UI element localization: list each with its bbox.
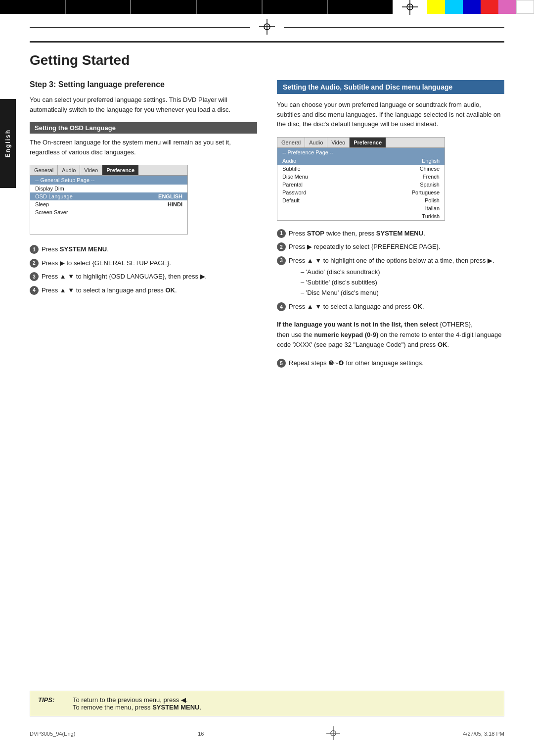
menu-spacer <box>30 216 187 234</box>
color-blocks <box>427 0 534 14</box>
step-right-2: 2 Press ▶ repeatedly to select {PREFEREN… <box>277 242 504 252</box>
special-line1: If the language you want is not in the l… <box>277 320 504 330</box>
step-right-5: 5 Repeat steps ❸~❹ for other language se… <box>277 358 504 368</box>
tab-video-left[interactable]: Video <box>80 165 102 175</box>
menu-tabs-left: General Audio Video Preference <box>30 165 187 176</box>
menu-page-label-left: -- General Setup Page -- <box>30 176 187 185</box>
menu-table-left: General Audio Video Preference -- Genera… <box>30 165 188 235</box>
footer: DVP3005_94(Eng) 16 4/27/05, 3:18 PM <box>30 726 504 741</box>
english-sidebar: English <box>0 99 16 188</box>
pref-row-turkish: Turkish <box>277 212 445 220</box>
step-right-3: 3 Press ▲ ▼ to highlight one of the opti… <box>277 256 504 298</box>
tab-general-right[interactable]: General <box>277 138 305 147</box>
menu-row-sleep: Sleep HINDI <box>30 200 187 208</box>
tab-general-left[interactable]: General <box>30 165 58 175</box>
step-left-3: 3 Press ▲ ▼ to highlight {OSD LANGUAGE},… <box>30 272 257 282</box>
pref-row-italian: Italian <box>277 204 445 212</box>
page-title: Getting Started <box>30 41 504 68</box>
pref-page-label: -- Preference Page -- <box>277 148 445 157</box>
step-body: You can select your preferred language s… <box>30 95 257 114</box>
tab-video-right[interactable]: Video <box>327 138 350 147</box>
sub-list-options: 'Audio' (disc's soundtrack) 'Subtitle' (… <box>301 267 504 298</box>
tips-line1: To return to the previous menu, press ◀. <box>73 696 201 704</box>
pref-row-password: Password Portuguese <box>277 189 445 196</box>
menu-row-osd: OSD Language ENGLISH <box>30 192 187 200</box>
pref-row-parental: Parental Spanish <box>277 181 445 189</box>
sub-item-discmenu: 'Disc Menu' (disc's menu) <box>301 288 504 298</box>
step-heading: Step 3: Setting language preference <box>30 80 257 89</box>
step-left-4: 4 Press ▲ ▼ to select a language and pre… <box>30 285 257 295</box>
step-left-2: 2 Press ▶ to select {GENERAL SETUP PAGE}… <box>30 258 257 268</box>
tips-section: TIPS: To return to the previous menu, pr… <box>30 691 504 716</box>
tips-line2: To remove the menu, press SYSTEM MENU. <box>73 704 201 711</box>
right-heading: Setting the Audio, Subtitle and Disc men… <box>277 80 504 94</box>
sub-item-subtitle: 'Subtitle' (disc's subtitles) <box>301 278 504 288</box>
pref-row-discmenu: Disc Menu French <box>277 173 445 181</box>
tab-audio-right[interactable]: Audio <box>305 138 327 147</box>
tab-preference-right[interactable]: Preference <box>350 138 386 147</box>
pref-row-audio: Audio English <box>277 157 445 165</box>
sidebar-label: English <box>4 129 11 157</box>
osd-heading: Setting the OSD Language <box>30 122 257 134</box>
top-bar <box>0 0 534 14</box>
page-content: Getting Started Step 3: Setting language… <box>0 41 534 372</box>
right-body: You can choose your own preferred langua… <box>277 100 504 129</box>
right-column: Setting the Audio, Subtitle and Disc men… <box>277 80 504 372</box>
steps-left: 1 Press SYSTEM MENU. 2 Press ▶ to select… <box>30 244 257 295</box>
tips-label: TIPS: <box>38 696 63 704</box>
step-right-4: 4 Press ▲ ▼ to select a language and pre… <box>277 302 504 312</box>
step-right-1: 1 Press STOP twice then, press SYSTEM ME… <box>277 229 504 238</box>
footer-center: 16 <box>198 731 204 737</box>
two-column-layout: Step 3: Setting language preference You … <box>30 80 504 372</box>
footer-left: DVP3005_94(Eng) <box>30 731 75 737</box>
osd-body: The On-screen language for the system me… <box>30 138 257 157</box>
steps-right: 1 Press STOP twice then, press SYSTEM ME… <box>277 229 504 312</box>
footer-right: 4/27/05, 3:18 PM <box>463 731 504 737</box>
sub-item-audio: 'Audio' (disc's soundtrack) <box>301 267 504 278</box>
pref-tabs: General Audio Video Preference <box>277 138 445 148</box>
footer-crosshair <box>326 726 340 741</box>
left-column: Step 3: Setting language preference You … <box>30 80 257 372</box>
pref-row-default: Default Polish <box>277 196 445 204</box>
special-box: If the language you want is not in the l… <box>277 320 504 350</box>
step-left-1: 1 Press SYSTEM MENU. <box>30 244 257 254</box>
pref-menu-table: General Audio Video Preference -- Prefer… <box>277 137 445 221</box>
pref-row-subtitle: Subtitle Chinese <box>277 165 445 173</box>
top-crosshair <box>393 0 427 14</box>
tips-content: To return to the previous menu, press ◀.… <box>73 696 201 711</box>
tab-audio-left[interactable]: Audio <box>58 165 80 175</box>
black-stripes <box>0 0 393 14</box>
menu-row-display: Display Dim <box>30 185 187 192</box>
special-line2: then use the numeric keypad (0-9) on the… <box>277 330 504 351</box>
tab-preference-left[interactable]: Preference <box>102 165 138 175</box>
menu-row-screensaver: Screen Saver <box>30 208 187 216</box>
header-divider <box>0 14 534 41</box>
